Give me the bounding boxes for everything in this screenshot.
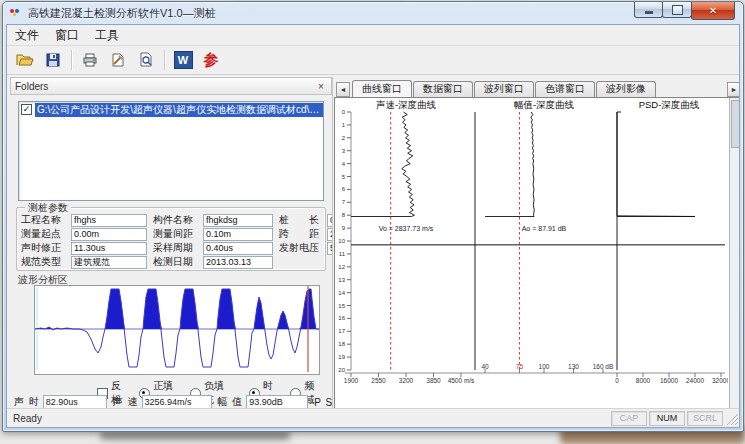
depth-tick-label: 19 <box>338 354 345 360</box>
status-indicator-CAP: CAP <box>611 411 647 426</box>
param-value[interactable]: 2013.03.13 <box>203 256 273 269</box>
save-button[interactable] <box>39 47 67 73</box>
panel-close-icon[interactable]: × <box>315 81 327 92</box>
depth-tick-label: 16 <box>338 315 345 321</box>
tab-色谱窗口[interactable]: 色谱窗口 <box>535 81 595 97</box>
title-bar[interactable]: 高铁建混凝土检测分析软件V1.0—测桩 ✕ <box>3 2 743 24</box>
folders-title: Folders <box>15 81 48 92</box>
curve-annotation: Vo = 2837.73 m/s <box>379 225 434 232</box>
depth-tick-label: 17 <box>338 328 345 334</box>
param-row: 构件名称fhgkdsg <box>153 213 273 227</box>
depth-tick-label: 5 <box>342 174 346 180</box>
chart-vertical-scrollbar[interactable] <box>729 98 740 428</box>
right-panel: ◄ 曲线窗口数据窗口波列窗口色谱窗口波列影像 ► 012345678910111… <box>334 77 740 428</box>
resize-grip[interactable] <box>725 412 738 425</box>
param-column: 桩 长0.00m跨 距270mm发射电压500V <box>279 213 333 269</box>
window-title: 高铁建混凝土检测分析软件V1.0—测桩 <box>28 6 216 21</box>
charts-svg: 01234567891011121314151617181920声速-深度曲线1… <box>335 98 728 428</box>
maximize-button[interactable] <box>662 2 692 18</box>
print-preview-button[interactable] <box>132 47 160 73</box>
menu-item-窗口[interactable]: 窗口 <box>47 25 87 46</box>
app-window: 高铁建混凝土检测分析软件V1.0—测桩 ✕ 文件窗口工具 <box>2 1 744 432</box>
status-indicator-SCRL: SCRL <box>687 411 723 426</box>
tab-scroll-left-icon[interactable]: ◄ <box>336 82 350 97</box>
param-row: 发射电压500V <box>279 241 333 255</box>
close-button[interactable]: ✕ <box>691 2 735 20</box>
waveform-trace <box>35 289 319 367</box>
menu-item-文件[interactable]: 文件 <box>7 25 47 46</box>
item-checkbox[interactable]: ✓ <box>21 104 32 115</box>
printer-icon <box>82 52 98 68</box>
param-row: 桩 长0.00m <box>279 213 333 227</box>
param-value[interactable]: fhghs <box>71 214 147 227</box>
depth-tick-label: 8 <box>342 212 346 218</box>
depth-tick-label: 2 <box>342 135 346 141</box>
file-listbox[interactable]: ✓G:\公司产品设计开发\超声仪器\超声仪实地检测数据调试材cd\qd03\qd… <box>18 101 324 201</box>
param-column: 工程名称fhghs测量起点0.00m声时修正11.30us规范类型建筑规范 <box>21 213 147 269</box>
x-tick-label: 24000 <box>686 377 704 384</box>
readout-value[interactable]: 3256.94m/s <box>142 395 212 409</box>
menu-item-工具[interactable]: 工具 <box>87 25 127 46</box>
readout: P S D0.00us^2/m <box>314 395 333 409</box>
tab-数据窗口[interactable]: 数据窗口 <box>413 81 473 97</box>
x-tick-label: 3200 <box>399 377 414 384</box>
menu-bar: 文件窗口工具 <box>7 25 739 46</box>
depth-tick-label: 14 <box>338 290 345 296</box>
waveform-plot[interactable] <box>34 285 320 375</box>
depth-tick-label: 18 <box>338 341 345 347</box>
readout-value[interactable]: 82.90us <box>43 395 107 409</box>
readout-value[interactable]: 93.90dB <box>246 395 308 409</box>
close-icon: ✕ <box>709 5 717 16</box>
param-value[interactable]: 11.30us <box>71 242 147 255</box>
depth-tick-label: 15 <box>338 303 345 309</box>
tab-波列影像[interactable]: 波列影像 <box>596 81 656 97</box>
param-label: 检测日期 <box>153 255 203 269</box>
tab-曲线窗口[interactable]: 曲线窗口 <box>352 80 412 98</box>
print-button[interactable] <box>76 47 104 73</box>
x-tick-label: 100 <box>539 363 550 370</box>
param-label: 工程名称 <box>21 213 71 227</box>
list-item[interactable]: ✓G:\公司产品设计开发\超声仪器\超声仪实地检测数据调试材cd\qd03\qd… <box>19 102 323 117</box>
word-export-button[interactable]: W <box>169 47 197 73</box>
print-preview-icon <box>138 52 154 68</box>
depth-tick-label: 13 <box>338 277 345 283</box>
x-tick-label: 130 <box>568 363 579 370</box>
depth-tick-label: 3 <box>342 148 346 154</box>
param-label: 构件名称 <box>153 213 203 227</box>
depth-tick-label: 10 <box>338 238 345 244</box>
param-value[interactable]: 0.00m <box>327 214 333 227</box>
client-area: 文件窗口工具 <box>6 24 740 428</box>
minimize-button[interactable] <box>634 2 663 18</box>
tab-波列窗口[interactable]: 波列窗口 <box>474 81 534 97</box>
param-row: 采样周期0.40us <box>153 241 273 255</box>
param-value[interactable]: 建筑规范 <box>71 256 147 269</box>
open-button[interactable] <box>11 47 39 73</box>
left-panel: Folders × ✓G:\公司产品设计开发\超声仪器\超声仪实地检测数据调试材… <box>10 77 333 428</box>
param-row: 跨 距270mm <box>279 227 333 241</box>
parameters-button[interactable]: 参 <box>197 47 225 73</box>
x-tick-label: 4500 m/s <box>448 377 475 384</box>
data-curve <box>617 112 695 216</box>
minimize-icon <box>645 11 653 14</box>
x-tick-label: 16000 <box>660 377 678 384</box>
chart-area[interactable]: 01234567891011121314151617181920声速-深度曲线1… <box>334 97 740 428</box>
param-value[interactable]: 0.40us <box>203 242 273 255</box>
x-tick-label: 160 dB <box>593 363 614 370</box>
scrollbar-thumb[interactable] <box>731 100 740 148</box>
param-row: 工程名称fhghs <box>21 213 147 227</box>
tab-scroll-right-icon[interactable]: ► <box>727 82 740 97</box>
item-path-label: G:\公司产品设计开发\超声仪器\超声仪实地检测数据调试材cd\qd03\qd0… <box>35 103 323 117</box>
x-tick-label: 0 <box>615 377 619 384</box>
print-setup-button[interactable] <box>104 47 132 73</box>
x-tick-label: 3850 <box>426 377 441 384</box>
depth-tick-label: 1 <box>342 122 346 128</box>
waveform-svg <box>35 286 319 372</box>
param-value[interactable]: 500V <box>327 242 333 255</box>
folders-header: Folders × <box>10 77 332 95</box>
param-value[interactable]: fhgkdsg <box>203 214 273 227</box>
param-value[interactable]: 270mm <box>327 228 333 241</box>
param-label: 桩 长 <box>279 213 327 227</box>
param-value[interactable]: 0.10m <box>203 228 273 241</box>
param-row: 测量起点0.00m <box>21 227 147 241</box>
param-value[interactable]: 0.00m <box>71 228 147 241</box>
